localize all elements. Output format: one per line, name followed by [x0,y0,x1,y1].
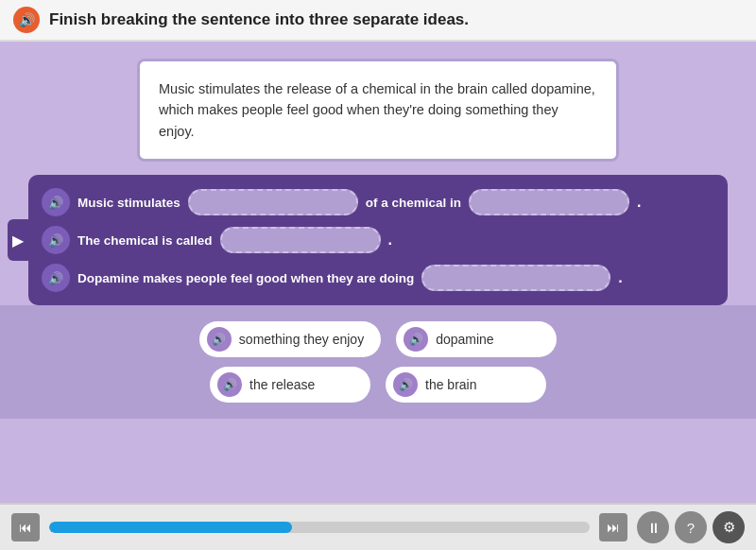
word-chip-something-they-enjoy[interactable]: 🔊 something they enjoy [199,321,381,357]
blank-1-sentence-3[interactable] [421,265,610,291]
sentence-1-dot: . [637,194,641,211]
header-title: Finish breaking the sentence into three … [49,10,469,29]
word-chip-label-3: the release [249,377,315,392]
sentence-1-prefix: Music stimulates [77,196,180,210]
bottom-right-buttons: ⏸ ? ⚙ [637,511,745,543]
word-chip-the-release[interactable]: 🔊 the release [210,367,370,403]
main-content: Music stimulates the release of a chemic… [0,59,756,520]
word-chip-label-2: dopamine [436,332,494,347]
word-row-1: 🔊 something they enjoy 🔊 dopamine [199,321,557,357]
prev-button[interactable]: ⏮ [11,513,40,541]
sentence-row-2: 🔊 The chemical is called . [42,226,714,254]
settings-button[interactable]: ⚙ [713,511,745,543]
header-audio-icon[interactable]: 🔊 [13,7,40,33]
sentence-2-prefix: The chemical is called [77,233,213,248]
blank-2-sentence-1[interactable] [469,189,629,215]
sentence-1-middle: of a chemical in [366,196,461,210]
word-chip-label-4: the brain [425,377,476,392]
word-chip-icon-4: 🔊 [393,372,418,397]
speaker-btn-2[interactable]: 🔊 [42,226,70,254]
word-chip-dopamine[interactable]: 🔊 dopamine [396,321,557,357]
speaker-btn-3[interactable]: 🔊 [42,264,70,292]
sentence-2-dot: . [388,232,392,249]
word-row-2: 🔊 the release 🔊 the brain [210,367,546,403]
reading-text-box: Music stimulates the release of a chemic… [137,59,619,162]
reading-text: Music stimulates the release of a chemic… [159,81,595,139]
sentence-row-1: 🔊 Music stimulates of a chemical in . [42,188,714,216]
bottom-bar: ⏮ ⏭ ⏸ ? ⚙ [0,503,756,550]
word-chip-the-brain[interactable]: 🔊 the brain [386,367,546,403]
word-chip-label-1: something they enjoy [239,332,364,347]
blank-1-sentence-1[interactable] [188,189,358,215]
header: 🔊 Finish breaking the sentence into thre… [0,0,756,42]
word-chip-icon-1: 🔊 [207,327,232,352]
progress-bar-fill [49,522,292,533]
word-bank: 🔊 something they enjoy 🔊 dopamine 🔊 the … [0,305,756,419]
sentence-3-prefix: Dopamine makes people feel good when the… [77,271,414,285]
sentence-row-3: 🔊 Dopamine makes people feel good when t… [42,264,714,292]
left-arrow-tab[interactable]: ▶ [8,219,28,261]
speaker-btn-1[interactable]: 🔊 [42,188,70,216]
pause-button[interactable]: ⏸ [637,511,669,543]
word-chip-icon-2: 🔊 [404,327,428,352]
progress-bar [49,522,590,533]
help-button[interactable]: ? [675,511,707,543]
sentence-3-dot: . [618,269,622,286]
blank-1-sentence-2[interactable] [220,227,381,253]
word-chip-icon-3: 🔊 [217,372,242,397]
next-button[interactable]: ⏭ [599,513,627,541]
sentences-area: ▶ 🔊 Music stimulates of a chemical in . … [28,175,728,305]
